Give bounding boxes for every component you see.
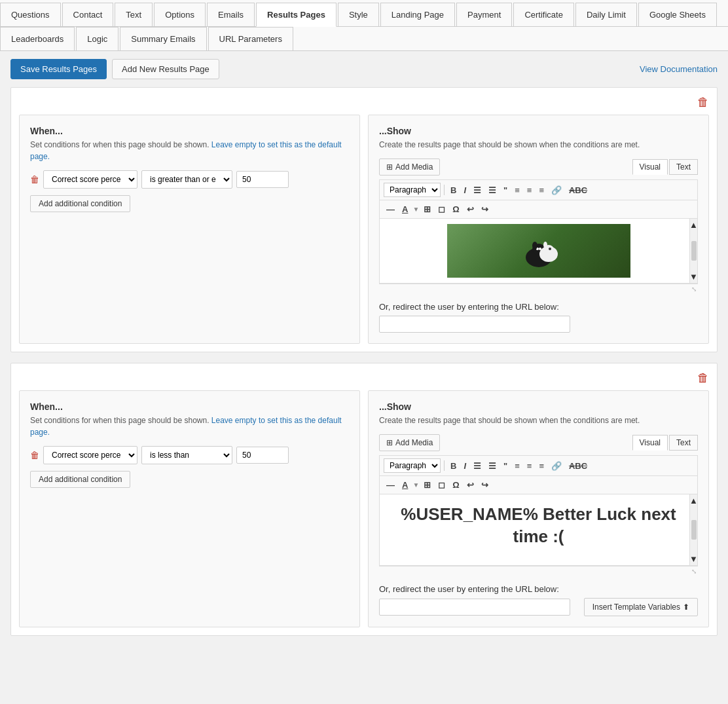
- insert-template-button[interactable]: Insert Template Variables ⬆: [584, 598, 698, 616]
- resize-handle-2[interactable]: ⤡: [379, 566, 698, 576]
- nav-tabs-row2: LeaderboardsLogicSummary EmailsURL Param…: [0, 27, 728, 51]
- widget-btn-2[interactable]: ⊞: [421, 479, 433, 491]
- add-media-1-button[interactable]: ⊞ Add Media: [379, 158, 440, 176]
- align-center-btn-2[interactable]: ≡: [524, 460, 535, 472]
- nav-tab-daily-limit[interactable]: Daily Limit: [575, 3, 637, 26]
- redirect-label-1: Or, redirect the user by entering the UR…: [379, 302, 698, 312]
- widget-btn-1[interactable]: ⊞: [421, 203, 433, 215]
- italic-btn-2[interactable]: I: [461, 460, 469, 472]
- hr-btn-1[interactable]: —: [384, 203, 397, 215]
- link-btn-2[interactable]: 🔗: [549, 460, 564, 472]
- redo-btn-1[interactable]: ↪: [479, 203, 491, 215]
- nav-tab-google-sheets[interactable]: Google Sheets: [638, 3, 717, 26]
- nav-tab-emails[interactable]: Emails: [207, 3, 255, 26]
- condition-field-2[interactable]: Correct score perce: [43, 446, 137, 464]
- condition-operator-2[interactable]: is less than is greater than or e is gre…: [141, 446, 232, 464]
- split-panel-2: When... Set conditions for when this pag…: [19, 390, 709, 627]
- redirect-row-2: Insert Template Variables ⬆: [379, 598, 698, 616]
- link-btn-1[interactable]: 🔗: [549, 184, 564, 196]
- strikethrough-btn-2[interactable]: ABC: [566, 460, 590, 472]
- nav-tab-payment[interactable]: Payment: [456, 3, 512, 26]
- ul-btn-2[interactable]: ☰: [471, 460, 484, 472]
- delete-condition-2-button[interactable]: 🗑: [30, 450, 39, 460]
- align-right-btn-2[interactable]: ≡: [536, 460, 547, 472]
- condition-value-1[interactable]: [236, 171, 289, 188]
- editor-content-2: %USER_NAME% Better Luck next time :( ▲ ▼: [379, 494, 698, 566]
- add-media-label-2: Add Media: [395, 438, 433, 447]
- bold-btn-1[interactable]: B: [448, 184, 459, 196]
- quote-btn-2[interactable]: ": [501, 460, 510, 472]
- hr-btn-2[interactable]: —: [384, 479, 397, 491]
- format-bar-2b: — A ▼ ⊞ ◻ Ω ↩ ↪: [379, 475, 698, 494]
- delete-page-2-button[interactable]: 🗑: [697, 371, 709, 385]
- add-new-results-button[interactable]: Add New Results Page: [112, 59, 219, 79]
- text-tab-1[interactable]: Text: [669, 159, 698, 175]
- when-desc-normal-1: Set conditions for when this page should…: [30, 140, 211, 149]
- text-tab-2[interactable]: Text: [669, 435, 698, 451]
- scroll-down-arrow-1[interactable]: ▼: [689, 272, 698, 282]
- delete-condition-1-button[interactable]: 🗑: [30, 174, 39, 185]
- scroll-thumb-2[interactable]: [691, 520, 697, 540]
- align-left-btn-2[interactable]: ≡: [512, 460, 522, 472]
- eraser-btn-2[interactable]: ◻: [435, 479, 448, 491]
- paragraph-select-2[interactable]: Paragraph: [384, 458, 441, 473]
- nav-tab-certificate[interactable]: Certificate: [513, 3, 574, 26]
- nav-tab-options[interactable]: Options: [154, 3, 206, 26]
- nav-tab-leaderboards[interactable]: Leaderboards: [0, 27, 75, 50]
- align-right-btn-1[interactable]: ≡: [536, 184, 547, 196]
- redirect-input-2[interactable]: [379, 599, 570, 616]
- align-left-btn-1[interactable]: ≡: [512, 184, 522, 196]
- delete-page-1-button[interactable]: 🗑: [697, 96, 709, 109]
- strikethrough-btn-1[interactable]: ABC: [566, 184, 590, 196]
- undo-btn-1[interactable]: ↩: [464, 203, 477, 215]
- add-media-2-button[interactable]: ⊞ Add Media: [379, 434, 440, 451]
- condition-value-2[interactable]: [236, 447, 289, 464]
- visual-tab-2[interactable]: Visual: [632, 435, 668, 451]
- editor-scrollbar-1[interactable]: ▲ ▼: [689, 219, 697, 283]
- ol-btn-2[interactable]: ☰: [486, 460, 499, 472]
- align-center-btn-1[interactable]: ≡: [524, 184, 535, 196]
- nav-tab-questions[interactable]: Questions: [0, 3, 61, 26]
- nav-tab-text[interactable]: Text: [115, 3, 153, 26]
- scroll-down-arrow-2[interactable]: ▼: [689, 554, 698, 564]
- color-btn-1[interactable]: A: [399, 203, 410, 215]
- ol-btn-1[interactable]: ☰: [486, 184, 499, 196]
- color-btn-2[interactable]: A: [399, 479, 410, 491]
- redo-btn-2[interactable]: ↪: [479, 479, 491, 491]
- omega-btn-2[interactable]: Ω: [450, 479, 462, 491]
- scroll-thumb-1[interactable]: [691, 241, 697, 261]
- paragraph-select-1[interactable]: Paragraph: [384, 183, 441, 197]
- format-divider-2a: [444, 460, 445, 471]
- add-condition-2-button[interactable]: Add additional condition: [30, 471, 130, 488]
- nav-tab-landing-page[interactable]: Landing Page: [380, 3, 455, 26]
- bold-btn-2[interactable]: B: [448, 460, 459, 472]
- undo-btn-2[interactable]: ↩: [464, 479, 477, 491]
- nav-tab-style[interactable]: Style: [338, 3, 379, 26]
- editor-scrollbar-2[interactable]: ▲ ▼: [689, 494, 697, 565]
- condition-field-1[interactable]: Correct score perce: [43, 170, 137, 189]
- nav-tab-logic[interactable]: Logic: [76, 27, 118, 50]
- scroll-up-arrow-1[interactable]: ▲: [689, 220, 698, 230]
- results-page-2: 🗑 When... Set conditions for when this p…: [10, 363, 718, 636]
- omega-btn-1[interactable]: Ω: [450, 203, 462, 215]
- italic-btn-1[interactable]: I: [461, 184, 469, 196]
- redirect-section-1: Or, redirect the user by entering the UR…: [379, 302, 698, 333]
- ul-btn-1[interactable]: ☰: [471, 184, 484, 196]
- view-documentation-link[interactable]: View Documentation: [640, 64, 718, 74]
- condition-operator-1[interactable]: is greater than or e is greater than is …: [141, 170, 232, 189]
- quote-btn-1[interactable]: ": [501, 184, 510, 196]
- save-results-button[interactable]: Save Results Pages: [10, 59, 107, 79]
- when-panel-2: When... Set conditions for when this pag…: [19, 390, 360, 627]
- format-bar-1b: — A ▼ ⊞ ◻ Ω ↩ ↪: [379, 200, 698, 218]
- visual-tab-1[interactable]: Visual: [632, 159, 668, 175]
- add-condition-1-button[interactable]: Add additional condition: [30, 195, 130, 212]
- nav-tab-summary-emails[interactable]: Summary Emails: [120, 27, 206, 50]
- delete-row-2: 🗑: [19, 371, 709, 385]
- scroll-up-arrow-2[interactable]: ▲: [689, 496, 698, 506]
- nav-tab-url-parameters[interactable]: URL Parameters: [208, 27, 293, 50]
- nav-tab-results-pages[interactable]: Results Pages: [256, 3, 337, 27]
- redirect-input-1[interactable]: [379, 316, 570, 333]
- eraser-btn-1[interactable]: ◻: [435, 203, 448, 215]
- nav-tab-contact[interactable]: Contact: [62, 3, 114, 26]
- resize-handle-1[interactable]: ⤡: [379, 284, 698, 294]
